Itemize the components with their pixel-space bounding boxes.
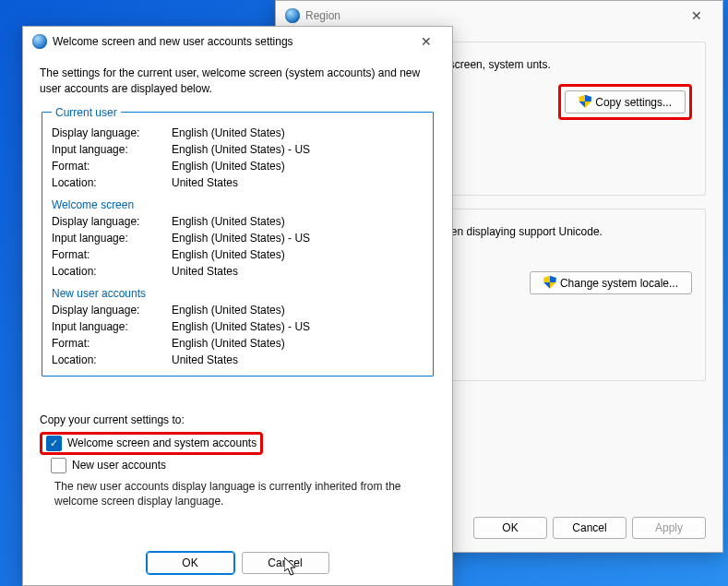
newuser-input-language: English (United States) - US	[172, 318, 424, 335]
current-location: United States	[172, 174, 424, 191]
change-locale-label: Change system locale...	[560, 277, 678, 290]
welcome-display-language: English (United States)	[172, 213, 424, 230]
shield-icon	[543, 276, 556, 289]
welcome-format: English (United States)	[172, 246, 424, 263]
settings-window: Welcome screen and new user accounts set…	[22, 26, 453, 586]
current-format: English (United States)	[172, 158, 424, 174]
highlight-check1: ✓ Welcome screen and system accounts	[40, 432, 263, 455]
checkbox-welcome-screen[interactable]: ✓	[46, 436, 62, 451]
region-ok-button[interactable]: OK	[473, 517, 547, 539]
label-display-language: Display language:	[52, 213, 172, 230]
welcome-location: United States	[172, 263, 424, 280]
change-system-locale-button[interactable]: Change system locale...	[530, 271, 692, 294]
label-input-language: Input language:	[52, 230, 172, 246]
checkbox-new-user-accounts[interactable]	[51, 458, 66, 473]
copy-settings-label: Copy your current settings to:	[40, 413, 436, 426]
settings-titlebar: Welcome screen and new user accounts set…	[23, 27, 452, 56]
section-newuser-head: New user accounts	[52, 287, 424, 300]
settings-title: Welcome screen and new user accounts set…	[53, 35, 408, 48]
checkbox-newuser-label: New user accounts	[72, 459, 166, 472]
label-location: Location:	[52, 174, 172, 191]
welcome-input-language: English (United States) - US	[172, 230, 424, 246]
copy-settings-button[interactable]: Copy settings...	[565, 90, 686, 114]
globe-icon	[285, 8, 300, 23]
highlight-copy-settings: Copy settings...	[558, 84, 692, 120]
label-display-language: Display language:	[52, 302, 172, 318]
label-format: Format:	[52, 158, 172, 174]
section-welcome-head: Welcome screen	[52, 198, 424, 211]
check-row-newuser: New user accounts	[51, 458, 436, 473]
label-input-language: Input language:	[52, 141, 172, 158]
current-user-table: Display language:English (United States)…	[52, 125, 424, 191]
globe-icon	[32, 34, 47, 49]
newuser-display-language: English (United States)	[172, 302, 424, 318]
close-icon[interactable]: ✕	[678, 3, 715, 29]
current-display-language: English (United States)	[172, 125, 424, 141]
shield-icon	[579, 95, 591, 108]
welcome-table: Display language:English (United States)…	[52, 213, 424, 280]
region-cancel-button[interactable]: Cancel	[553, 517, 627, 539]
settings-fieldset: Current user Display language:English (U…	[42, 106, 434, 377]
region-apply-button[interactable]: Apply	[632, 517, 706, 539]
label-display-language: Display language:	[52, 125, 172, 141]
current-input-language: English (United States) - US	[172, 141, 424, 158]
settings-ok-button[interactable]: OK	[147, 552, 234, 574]
label-location: Location:	[52, 263, 172, 280]
region-footer: OK Cancel Apply	[473, 517, 706, 539]
newuser-location: United States	[172, 352, 424, 368]
settings-cancel-button[interactable]: Cancel	[242, 552, 329, 574]
inheritance-note: The new user accounts display language i…	[54, 479, 436, 510]
label-format: Format:	[52, 246, 172, 263]
settings-footer: OK Cancel	[23, 552, 452, 574]
label-input-language: Input language:	[52, 318, 172, 335]
copy-settings-label: Copy settings...	[595, 96, 672, 109]
label-format: Format:	[52, 335, 172, 352]
settings-body: The settings for the current user, welco…	[23, 56, 452, 509]
settings-intro: The settings for the current user, welco…	[40, 66, 436, 97]
label-location: Location:	[52, 352, 172, 368]
newuser-table: Display language:English (United States)…	[52, 302, 424, 368]
close-icon[interactable]: ✕	[408, 29, 445, 54]
checkbox-welcome-label: Welcome screen and system accounts	[67, 437, 257, 449]
region-title: Region	[305, 9, 678, 22]
section-current-head: Current user	[52, 106, 121, 119]
newuser-format: English (United States)	[172, 335, 424, 352]
